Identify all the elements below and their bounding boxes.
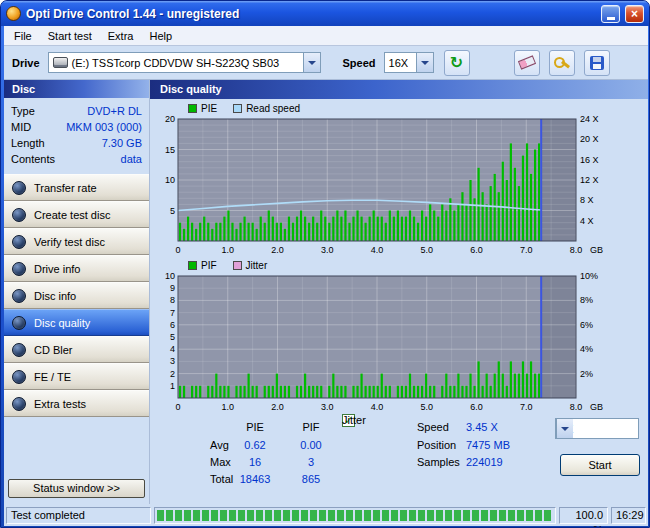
jitter-swatch [233, 261, 242, 270]
extra-tests-icon [12, 397, 26, 411]
svg-text:3.0: 3.0 [321, 402, 334, 412]
erase-disc-button[interactable] [514, 50, 540, 76]
svg-text:16 X: 16 X [580, 155, 599, 165]
drive-label: Drive [12, 57, 40, 69]
svg-text:9: 9 [170, 283, 175, 293]
pif-swatch [188, 261, 197, 270]
pie-swatch [188, 104, 197, 113]
start-button[interactable]: Start [560, 454, 640, 476]
position-value: 7475 MB [466, 439, 510, 451]
pif-jitter-chart: 123456789102%4%6%8%10%01.02.03.04.05.06.… [152, 272, 622, 413]
menu-start-test[interactable]: Start test [40, 28, 100, 44]
svg-text:20: 20 [165, 115, 175, 124]
sidebar-item-disc-info[interactable]: Disc info [4, 282, 149, 309]
sidebar-item-drive-info[interactable]: Drive info [4, 255, 149, 282]
speed-select[interactable]: 16X [384, 52, 434, 73]
svg-text:8 X: 8 X [580, 195, 594, 205]
save-disk-icon [590, 56, 604, 70]
sidebar-item-fe-te[interactable]: FE / TE [4, 363, 149, 390]
svg-text:3: 3 [170, 356, 175, 366]
svg-text:7.0: 7.0 [520, 402, 533, 412]
scan-speed-arrow[interactable] [556, 419, 573, 438]
menu-help[interactable]: Help [141, 28, 180, 44]
read-speed-swatch [233, 104, 242, 113]
disc-mid-value: MKM 003 (000) [66, 121, 142, 133]
disc-info-icon [12, 289, 26, 303]
refresh-icon: ↻ [450, 55, 463, 71]
verify-test-disc-icon [12, 235, 26, 249]
svg-text:4 X: 4 X [580, 216, 594, 226]
chevron-down-icon [308, 61, 316, 69]
disc-contents-value: data [121, 153, 142, 165]
jitter-checkbox-label: Jitter [342, 414, 366, 426]
license-button[interactable] [549, 50, 575, 76]
disc-contents-label: Contents [11, 153, 121, 165]
svg-text:6.0: 6.0 [470, 402, 483, 412]
clock: 16:29 [611, 507, 646, 524]
speed-stat-value: 3.45 X [466, 421, 498, 433]
menu-extra[interactable]: Extra [100, 28, 142, 44]
menu-bar: File Start test Extra Help [4, 26, 648, 46]
save-button[interactable] [584, 50, 610, 76]
minimize-button[interactable] [601, 5, 620, 23]
scan-speed-select[interactable]: 8X [555, 418, 639, 439]
svg-text:10: 10 [165, 175, 175, 185]
svg-text:7.0: 7.0 [520, 245, 533, 255]
svg-text:12 X: 12 X [580, 175, 599, 185]
legend-label: Read speed [246, 103, 300, 114]
svg-text:15: 15 [165, 145, 175, 155]
pie-read-speed-chart: 51015204 X8 X12 X16 X20 X24 X01.02.03.04… [152, 115, 622, 256]
svg-text:2: 2 [170, 369, 175, 379]
position-label: Position [417, 439, 456, 451]
sidebar-item-label: Transfer rate [34, 182, 97, 194]
legend-item-read-speed: Read speed [233, 103, 300, 114]
svg-text:1.0: 1.0 [221, 245, 234, 255]
max-pif-value: 3 [288, 456, 334, 468]
sidebar-item-label: CD Bler [34, 344, 73, 356]
create-test-disc-icon [12, 208, 26, 222]
avg-label: Avg [210, 439, 229, 451]
legend-label: PIE [201, 103, 217, 114]
sidebar-item-label: FE / TE [34, 371, 71, 383]
svg-text:10: 10 [165, 272, 175, 281]
svg-text:3.0: 3.0 [321, 245, 334, 255]
avg-pie-value: 0.62 [230, 439, 280, 451]
refresh-drives-button[interactable]: ↻ [444, 50, 470, 76]
disc-info-panel: TypeDVD+R DL MIDMKM 003 (000) Length7.30… [4, 98, 149, 174]
speed-select-arrow[interactable] [416, 53, 433, 72]
disc-length-value: 7.30 GB [102, 137, 142, 149]
svg-text:0: 0 [175, 402, 180, 412]
app-window: Opti Drive Control 1.44 - unregistered ×… [0, 0, 650, 528]
window-title: Opti Drive Control 1.44 - unregistered [26, 7, 596, 21]
legend-item-jitter: Jitter [233, 260, 268, 271]
legend-item-pie: PIE [188, 103, 217, 114]
main-panel: Disc quality PIE Read speed 51015204 X8 … [150, 80, 648, 504]
svg-text:5: 5 [170, 206, 175, 216]
status-window-button[interactable]: Status window >> [8, 479, 145, 498]
drive-select-value: (E:) TSSTcorp CDDVDW SH-S223Q SB03 [68, 57, 303, 69]
title-bar: Opti Drive Control 1.44 - unregistered × [1, 1, 649, 26]
legend-item-pif: PIF [188, 260, 217, 271]
sidebar-item-create-test-disc[interactable]: Create test disc [4, 201, 149, 228]
drive-select-arrow[interactable] [303, 53, 320, 72]
sidebar-item-label: Disc info [34, 290, 76, 302]
svg-text:20 X: 20 X [580, 134, 599, 144]
sidebar-item-extra-tests[interactable]: Extra tests [4, 390, 149, 417]
close-button[interactable]: × [625, 5, 644, 23]
sidebar: Disc TypeDVD+R DL MIDMKM 003 (000) Lengt… [4, 80, 150, 504]
menu-file[interactable]: File [6, 28, 40, 44]
status-text: Test completed [6, 507, 151, 524]
sidebar-item-transfer-rate[interactable]: Transfer rate [4, 174, 149, 201]
app-body: File Start test Extra Help Drive (E:) TS… [4, 26, 648, 526]
sidebar-item-label: Disc quality [34, 317, 90, 329]
drive-select[interactable]: (E:) TSSTcorp CDDVDW SH-S223Q SB03 [48, 52, 321, 73]
disc-type-label: Type [11, 105, 87, 117]
sidebar-item-verify-test-disc[interactable]: Verify test disc [4, 228, 149, 255]
svg-text:8.0: 8.0 [570, 245, 583, 255]
close-icon: × [631, 8, 638, 20]
sidebar-item-cd-bler[interactable]: CD Bler [4, 336, 149, 363]
app-icon [6, 6, 21, 21]
fe-te-icon [12, 370, 26, 384]
samples-value: 224019 [466, 456, 503, 468]
sidebar-item-disc-quality[interactable]: Disc quality [4, 309, 149, 336]
